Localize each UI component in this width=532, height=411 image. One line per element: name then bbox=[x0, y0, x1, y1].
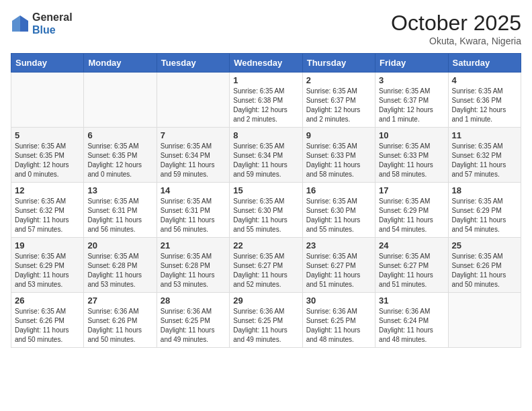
day-info: Sunrise: 6:35 AM Sunset: 6:36 PM Dayligh… bbox=[452, 87, 517, 124]
month-title: October 2025 bbox=[391, 11, 521, 36]
day-info: Sunrise: 6:35 AM Sunset: 6:27 PM Dayligh… bbox=[379, 252, 444, 289]
day-cell-13: 13Sunrise: 6:35 AM Sunset: 6:31 PM Dayli… bbox=[84, 183, 157, 238]
day-number: 25 bbox=[452, 240, 517, 250]
day-info: Sunrise: 6:35 AM Sunset: 6:29 PM Dayligh… bbox=[379, 197, 444, 234]
day-number: 2 bbox=[306, 75, 371, 85]
title-block: October 2025 Okuta, Kwara, Nigeria bbox=[391, 11, 521, 46]
day-info: Sunrise: 6:35 AM Sunset: 6:26 PM Dayligh… bbox=[452, 252, 517, 289]
day-number: 12 bbox=[15, 185, 80, 195]
day-cell-15: 15Sunrise: 6:35 AM Sunset: 6:30 PM Dayli… bbox=[230, 183, 302, 238]
day-cell-30: 30Sunrise: 6:36 AM Sunset: 6:25 PM Dayli… bbox=[302, 293, 375, 348]
day-number: 24 bbox=[379, 240, 444, 250]
day-number: 22 bbox=[233, 240, 298, 250]
day-number: 1 bbox=[233, 75, 298, 85]
day-cell-1: 1Sunrise: 6:35 AM Sunset: 6:38 PM Daylig… bbox=[230, 73, 302, 128]
day-cell-6: 6Sunrise: 6:35 AM Sunset: 6:35 PM Daylig… bbox=[84, 128, 157, 183]
day-cell-10: 10Sunrise: 6:35 AM Sunset: 6:33 PM Dayli… bbox=[375, 128, 448, 183]
day-cell-16: 16Sunrise: 6:35 AM Sunset: 6:30 PM Dayli… bbox=[302, 183, 375, 238]
day-cell-5: 5Sunrise: 6:35 AM Sunset: 6:35 PM Daylig… bbox=[11, 128, 84, 183]
week-row-1: 1Sunrise: 6:35 AM Sunset: 6:38 PM Daylig… bbox=[11, 73, 521, 128]
day-cell-18: 18Sunrise: 6:35 AM Sunset: 6:29 PM Dayli… bbox=[448, 183, 521, 238]
day-cell-12: 12Sunrise: 6:35 AM Sunset: 6:32 PM Dayli… bbox=[11, 183, 84, 238]
empty-cell bbox=[84, 73, 157, 128]
day-cell-4: 4Sunrise: 6:35 AM Sunset: 6:36 PM Daylig… bbox=[448, 73, 521, 128]
day-number: 31 bbox=[379, 295, 444, 306]
day-cell-22: 22Sunrise: 6:35 AM Sunset: 6:27 PM Dayli… bbox=[230, 238, 302, 293]
empty-cell bbox=[448, 293, 521, 348]
day-info: Sunrise: 6:35 AM Sunset: 6:34 PM Dayligh… bbox=[233, 142, 298, 179]
day-info: Sunrise: 6:35 AM Sunset: 6:33 PM Dayligh… bbox=[379, 142, 444, 179]
day-cell-27: 27Sunrise: 6:36 AM Sunset: 6:26 PM Dayli… bbox=[84, 293, 157, 348]
day-info: Sunrise: 6:35 AM Sunset: 6:35 PM Dayligh… bbox=[15, 142, 80, 179]
day-number: 30 bbox=[306, 295, 371, 306]
day-info: Sunrise: 6:35 AM Sunset: 6:30 PM Dayligh… bbox=[233, 197, 298, 234]
empty-cell bbox=[157, 73, 229, 128]
day-cell-2: 2Sunrise: 6:35 AM Sunset: 6:37 PM Daylig… bbox=[302, 73, 375, 128]
week-row-3: 12Sunrise: 6:35 AM Sunset: 6:32 PM Dayli… bbox=[11, 183, 521, 238]
calendar-table: SundayMondayTuesdayWednesdayThursdayFrid… bbox=[11, 53, 521, 348]
day-number: 10 bbox=[379, 130, 444, 140]
day-cell-28: 28Sunrise: 6:36 AM Sunset: 6:25 PM Dayli… bbox=[157, 293, 229, 348]
empty-cell bbox=[11, 73, 84, 128]
day-cell-8: 8Sunrise: 6:35 AM Sunset: 6:34 PM Daylig… bbox=[230, 128, 302, 183]
day-info: Sunrise: 6:35 AM Sunset: 6:37 PM Dayligh… bbox=[379, 87, 444, 124]
day-number: 26 bbox=[15, 295, 80, 306]
week-row-5: 26Sunrise: 6:35 AM Sunset: 6:26 PM Dayli… bbox=[11, 293, 521, 348]
svg-marker-1 bbox=[12, 15, 20, 32]
day-cell-7: 7Sunrise: 6:35 AM Sunset: 6:34 PM Daylig… bbox=[157, 128, 229, 183]
day-number: 6 bbox=[87, 130, 152, 140]
logo: General Blue bbox=[11, 11, 73, 36]
day-number: 11 bbox=[452, 130, 517, 140]
day-info: Sunrise: 6:35 AM Sunset: 6:31 PM Dayligh… bbox=[87, 197, 152, 234]
day-number: 13 bbox=[87, 185, 152, 195]
day-number: 28 bbox=[161, 295, 226, 306]
day-info: Sunrise: 6:35 AM Sunset: 6:27 PM Dayligh… bbox=[233, 252, 298, 289]
day-cell-11: 11Sunrise: 6:35 AM Sunset: 6:32 PM Dayli… bbox=[448, 128, 521, 183]
day-info: Sunrise: 6:35 AM Sunset: 6:31 PM Dayligh… bbox=[161, 197, 226, 234]
day-cell-29: 29Sunrise: 6:36 AM Sunset: 6:25 PM Dayli… bbox=[230, 293, 302, 348]
day-cell-17: 17Sunrise: 6:35 AM Sunset: 6:29 PM Dayli… bbox=[375, 183, 448, 238]
svg-marker-0 bbox=[20, 15, 28, 32]
day-cell-14: 14Sunrise: 6:35 AM Sunset: 6:31 PM Dayli… bbox=[157, 183, 229, 238]
logo-text: General Blue bbox=[32, 11, 73, 36]
day-number: 14 bbox=[161, 185, 226, 195]
day-header-thursday: Thursday bbox=[302, 54, 375, 73]
day-cell-20: 20Sunrise: 6:35 AM Sunset: 6:28 PM Dayli… bbox=[84, 238, 157, 293]
day-number: 3 bbox=[379, 75, 444, 85]
day-number: 27 bbox=[87, 295, 152, 306]
day-info: Sunrise: 6:35 AM Sunset: 6:38 PM Dayligh… bbox=[233, 87, 298, 124]
day-number: 5 bbox=[15, 130, 80, 140]
day-info: Sunrise: 6:35 AM Sunset: 6:32 PM Dayligh… bbox=[452, 142, 517, 179]
week-row-4: 19Sunrise: 6:35 AM Sunset: 6:29 PM Dayli… bbox=[11, 238, 521, 293]
day-info: Sunrise: 6:35 AM Sunset: 6:30 PM Dayligh… bbox=[306, 197, 371, 234]
day-cell-21: 21Sunrise: 6:35 AM Sunset: 6:28 PM Dayli… bbox=[157, 238, 229, 293]
day-header-tuesday: Tuesday bbox=[157, 54, 229, 73]
day-info: Sunrise: 6:35 AM Sunset: 6:37 PM Dayligh… bbox=[306, 87, 371, 124]
day-cell-26: 26Sunrise: 6:35 AM Sunset: 6:26 PM Dayli… bbox=[11, 293, 84, 348]
day-cell-25: 25Sunrise: 6:35 AM Sunset: 6:26 PM Dayli… bbox=[448, 238, 521, 293]
day-info: Sunrise: 6:35 AM Sunset: 6:32 PM Dayligh… bbox=[15, 197, 80, 234]
day-header-monday: Monday bbox=[84, 54, 157, 73]
logo-icon bbox=[11, 14, 30, 33]
day-number: 20 bbox=[87, 240, 152, 250]
day-number: 23 bbox=[306, 240, 371, 250]
day-info: Sunrise: 6:35 AM Sunset: 6:34 PM Dayligh… bbox=[161, 142, 226, 179]
day-cell-24: 24Sunrise: 6:35 AM Sunset: 6:27 PM Dayli… bbox=[375, 238, 448, 293]
day-info: Sunrise: 6:35 AM Sunset: 6:29 PM Dayligh… bbox=[452, 197, 517, 234]
day-header-saturday: Saturday bbox=[448, 54, 521, 73]
day-cell-3: 3Sunrise: 6:35 AM Sunset: 6:37 PM Daylig… bbox=[375, 73, 448, 128]
day-header-friday: Friday bbox=[375, 54, 448, 73]
day-number: 7 bbox=[161, 130, 226, 140]
day-number: 29 bbox=[233, 295, 298, 306]
page-header: General Blue October 2025 Okuta, Kwara, … bbox=[11, 11, 521, 46]
day-info: Sunrise: 6:36 AM Sunset: 6:24 PM Dayligh… bbox=[379, 307, 444, 345]
day-info: Sunrise: 6:35 AM Sunset: 6:29 PM Dayligh… bbox=[15, 252, 80, 289]
day-info: Sunrise: 6:36 AM Sunset: 6:25 PM Dayligh… bbox=[233, 307, 298, 345]
day-number: 21 bbox=[161, 240, 226, 250]
day-info: Sunrise: 6:35 AM Sunset: 6:35 PM Dayligh… bbox=[87, 142, 152, 179]
day-header-wednesday: Wednesday bbox=[230, 54, 302, 73]
day-cell-23: 23Sunrise: 6:35 AM Sunset: 6:27 PM Dayli… bbox=[302, 238, 375, 293]
day-info: Sunrise: 6:35 AM Sunset: 6:33 PM Dayligh… bbox=[306, 142, 371, 179]
day-cell-19: 19Sunrise: 6:35 AM Sunset: 6:29 PM Dayli… bbox=[11, 238, 84, 293]
day-number: 4 bbox=[452, 75, 517, 85]
